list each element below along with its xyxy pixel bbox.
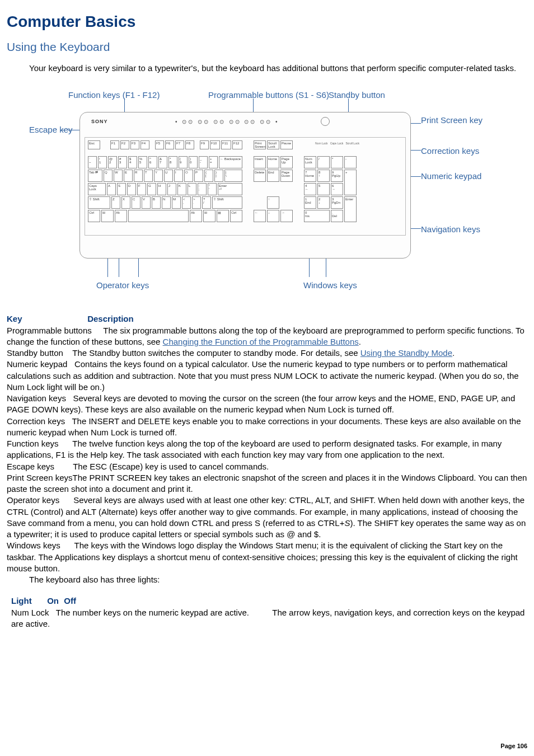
row-correction: Correction keys The INSERT and DELETE ke… [7,416,527,439]
label-numeric: Numeric keypad [421,171,481,182]
label-operator: Operator keys [96,280,149,291]
row-navigation: Navigation keys Several keys are devoted… [7,393,527,416]
row-numeric: Numeric keypad Contains the keys found o… [7,359,527,393]
row-operator: Operator keys Several keys are always us… [7,495,527,540]
label-function-keys: Function keys (F1 - F12) [68,90,160,101]
row-printscreen: Print Screen keysThe PRINT SCREEN key ta… [7,472,527,495]
col-light: Light [11,595,45,607]
col-off: Off [64,595,81,607]
row-function: Function keys The twelve function keys a… [7,438,527,461]
row-numlock-light: Num Lock The number keys on the numeric … [11,607,527,630]
keyboard-figure: Function keys (F1 - F12) Programmable bu… [29,84,527,297]
key-table-header: Key Description [7,313,527,325]
row-windows: Windows keys The keys with the Windows l… [7,540,527,574]
section-title: Using the Keyboard [7,39,527,55]
row-programmable: Programmable buttons The six programmabl… [7,325,527,348]
keyboard-brand: SONY [91,118,108,125]
label-correction: Correction keys [421,145,479,157]
link-standby[interactable]: Using the Standby Mode [360,348,452,358]
label-standby: Standby button [329,90,385,101]
row-standby: Standby button The Standby button switch… [7,348,527,359]
key-descriptions: Programmable buttons The six programmabl… [7,325,527,575]
row-escape: Escape keys The ESC (Escape) key is used… [7,461,527,472]
standby-icon [321,117,330,126]
label-windows: Windows keys [303,280,357,291]
label-navigation: Navigation keys [421,224,480,235]
page-title: Computer Basics [7,11,527,32]
label-prog-buttons: Programmable buttons (S1 - S6) [208,90,329,101]
lights-intro: The keyboard also has three lights: [29,574,527,585]
col-on: On [47,595,62,607]
label-print-screen: Print Screen key [421,115,483,126]
link-prog-buttons[interactable]: Changing the Function of the Programmabl… [163,337,359,346]
col-key: Key [7,313,85,325]
intro-text: Your keyboard is very similar to a typew… [29,63,527,74]
keyboard-image: SONY • ⊙⊙ ⊙⊙ ⊙⊙ ⊙⊙ ⊙⊙ ⊙⊙ • Esc F1 F2 F3 … [79,112,411,259]
col-desc: Description [87,314,134,323]
light-table-header: Light On Off [7,595,527,607]
